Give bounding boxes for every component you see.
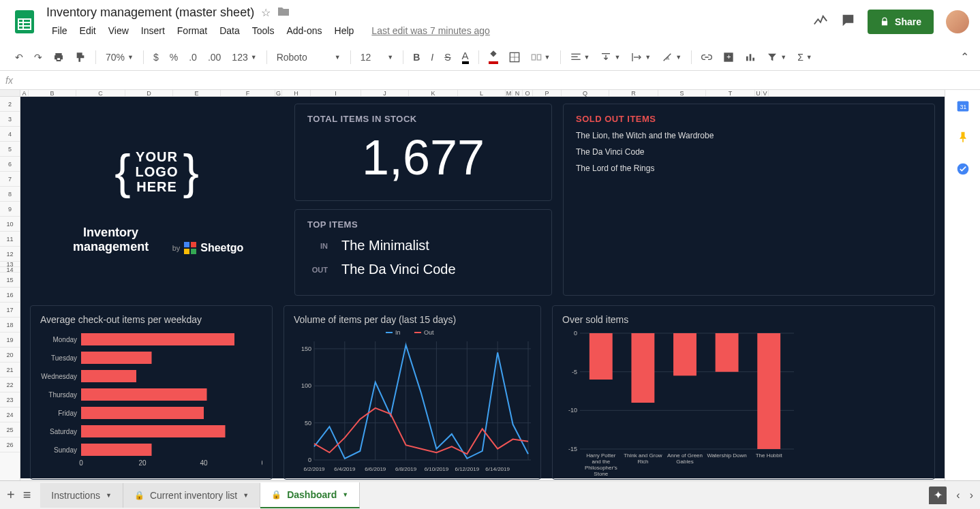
comment-button[interactable]: + [719, 49, 738, 65]
menu-data[interactable]: Data [214, 22, 245, 39]
oversold-chart-card[interactable]: Over sold items 0-5-10-15Harry Potterand… [552, 305, 935, 480]
column-header[interactable]: G [275, 90, 282, 96]
star-icon[interactable]: ☆ [261, 6, 271, 19]
row-header[interactable]: 7 [0, 172, 20, 187]
select-all-corner[interactable] [0, 90, 20, 97]
fill-color-button[interactable] [485, 47, 502, 67]
strikethrough-button[interactable]: S [440, 49, 455, 65]
volume-chart-card[interactable]: Volume of items per day (last 15 days) I… [284, 305, 541, 480]
collapse-toolbar-icon[interactable]: ⌃ [960, 50, 969, 63]
menu-insert[interactable]: Insert [136, 22, 170, 39]
row-header[interactable]: 8 [0, 187, 20, 202]
column-header[interactable]: Q [562, 90, 609, 96]
column-header[interactable]: D [125, 90, 173, 96]
font-size-dropdown[interactable]: 12▼ [356, 49, 398, 65]
row-header[interactable]: 23 [0, 392, 20, 407]
column-header[interactable]: P [533, 90, 562, 96]
column-header[interactable]: J [361, 90, 409, 96]
scroll-right-icon[interactable]: › [970, 489, 973, 502]
row-header[interactable]: 18 [0, 318, 20, 333]
column-header[interactable]: F [221, 90, 275, 96]
print-button[interactable] [49, 49, 68, 65]
row-header[interactable]: 9 [0, 202, 20, 217]
formula-input[interactable] [21, 75, 975, 85]
tab-menu-icon[interactable]: ▼ [106, 492, 112, 499]
decrease-decimal-button[interactable]: .0 [185, 49, 201, 65]
rotate-dropdown[interactable]: A▼ [658, 49, 686, 65]
zoom-dropdown[interactable]: 70%▼ [102, 49, 138, 65]
tab-current-inventory[interactable]: 🔒 Current inventory list ▼ [123, 483, 260, 508]
tab-instructions[interactable]: Instructions ▼ [40, 483, 123, 508]
row-header[interactable]: 21 [0, 363, 20, 377]
row-header[interactable]: 16 [0, 288, 20, 303]
document-title[interactable]: Inventory management (master sheet) [46, 5, 254, 20]
column-header[interactable]: B [29, 90, 76, 96]
percent-button[interactable]: % [166, 49, 182, 65]
column-header[interactable]: E [173, 90, 221, 96]
redo-button[interactable]: ↷ [30, 49, 46, 65]
borders-button[interactable] [505, 49, 524, 65]
explore-button[interactable]: ✦ [929, 487, 947, 504]
increase-decimal-button[interactable]: .00 [204, 49, 225, 65]
column-header[interactable]: R [609, 90, 658, 96]
keep-icon[interactable] [956, 131, 970, 144]
row-header[interactable]: 4 [0, 127, 20, 142]
column-header[interactable]: N [512, 90, 523, 96]
row-header[interactable]: 2 [0, 97, 20, 112]
tab-menu-icon[interactable]: ▼ [342, 491, 348, 498]
row-header[interactable]: 17 [0, 303, 20, 318]
share-button[interactable]: Share [868, 10, 934, 34]
row-header[interactable]: 24 [0, 407, 20, 422]
scroll-left-icon[interactable]: ‹ [956, 489, 960, 502]
menu-file[interactable]: File [46, 22, 73, 39]
row-header[interactable]: 20 [0, 348, 20, 363]
link-button[interactable] [697, 49, 716, 65]
all-sheets-button[interactable]: ≡ [23, 487, 31, 503]
bold-button[interactable]: B [409, 49, 424, 65]
functions-dropdown[interactable]: Σ▼ [793, 49, 816, 65]
column-header[interactable]: T [706, 90, 755, 96]
row-header[interactable]: 3 [0, 112, 20, 127]
activity-icon[interactable] [813, 13, 828, 31]
menu-view[interactable]: View [103, 22, 134, 39]
undo-button[interactable]: ↶ [11, 49, 27, 65]
row-header[interactable]: 6 [0, 157, 20, 172]
sheets-logo-icon[interactable] [11, 8, 38, 35]
chart-button[interactable] [741, 49, 760, 65]
row-header[interactable]: 12 [0, 247, 20, 262]
column-header[interactable]: S [658, 90, 706, 96]
row-header[interactable]: 19 [0, 333, 20, 348]
menu-edit[interactable]: Edit [74, 22, 102, 39]
weekday-chart-card[interactable]: Average check-out items per weekday Mond… [30, 305, 273, 480]
last-edit-link[interactable]: Last edit was 7 minutes ago [366, 22, 495, 39]
filter-dropdown[interactable]: ▼ [763, 49, 791, 65]
tab-dashboard[interactable]: 🔒 Dashboard ▼ [260, 482, 360, 508]
halign-dropdown[interactable]: ▼ [566, 49, 594, 65]
user-avatar[interactable] [946, 10, 969, 33]
font-family-dropdown[interactable]: Roboto▼ [273, 49, 345, 65]
row-header[interactable]: 10 [0, 217, 20, 232]
menu-addons[interactable]: Add-ons [281, 22, 327, 39]
tab-menu-icon[interactable]: ▼ [243, 492, 249, 499]
column-header[interactable]: K [409, 90, 458, 96]
row-header[interactable]: 15 [0, 273, 20, 288]
menu-tools[interactable]: Tools [247, 22, 280, 39]
move-folder-icon[interactable] [277, 6, 290, 19]
comments-icon[interactable] [840, 13, 855, 31]
add-sheet-button[interactable]: + [7, 487, 15, 503]
column-header[interactable]: A [20, 90, 29, 96]
column-header[interactable]: C [76, 90, 125, 96]
row-header[interactable]: 25 [0, 422, 20, 437]
merge-cells-dropdown[interactable]: ▼ [527, 49, 555, 65]
column-header[interactable]: M [506, 90, 512, 96]
column-header[interactable]: O [523, 90, 533, 96]
row-header[interactable]: 14 [0, 267, 20, 273]
italic-button[interactable]: I [427, 49, 438, 65]
row-header[interactable]: 11 [0, 232, 20, 247]
column-header[interactable]: H [282, 90, 311, 96]
text-color-button[interactable]: A [458, 47, 473, 67]
row-header[interactable]: 5 [0, 142, 20, 157]
currency-button[interactable]: $ [149, 49, 163, 65]
number-format-dropdown[interactable]: 123▼ [228, 49, 260, 65]
wrap-dropdown[interactable]: ▼ [627, 49, 655, 65]
